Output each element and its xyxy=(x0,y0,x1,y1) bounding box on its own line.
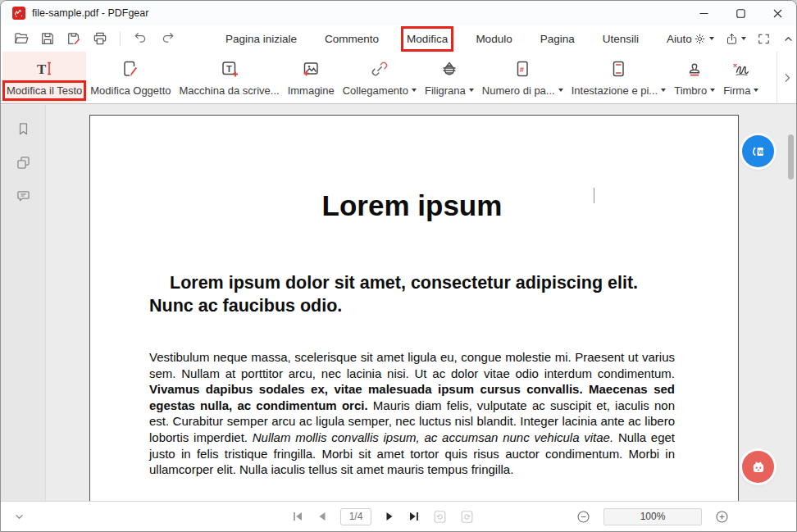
window-controls xyxy=(685,1,796,25)
page-number-input[interactable] xyxy=(340,508,371,525)
bottom-statusbar xyxy=(1,501,796,531)
page-number-caret-icon xyxy=(558,89,563,92)
pdf-page[interactable]: Lorem ipsum Lorem ipsum dolor sit amet, … xyxy=(89,115,739,501)
toolbar-divider xyxy=(120,32,121,46)
theme-button[interactable] xyxy=(693,32,714,46)
edit-object-button[interactable]: Modifica Oggetto xyxy=(86,52,175,103)
convert-to-word-icon: W xyxy=(749,143,767,161)
main-menu: Pagina iniziale Commento Modifica Modulo… xyxy=(225,31,693,47)
zoom-in-icon[interactable] xyxy=(714,509,730,525)
menubar: Pagina iniziale Commento Modifica Modulo… xyxy=(1,25,796,52)
close-icon[interactable] xyxy=(759,1,796,25)
header-footer-caret-icon xyxy=(661,89,666,92)
ai-assistant-button[interactable] xyxy=(742,451,774,483)
previous-page-icon[interactable] xyxy=(316,510,329,523)
previous-view-icon[interactable] xyxy=(432,509,448,525)
stamp-icon xyxy=(685,59,704,79)
link-caret-icon xyxy=(412,89,417,92)
link-button[interactable]: Collegamento xyxy=(339,52,421,103)
menu-modifica[interactable]: Modifica xyxy=(406,31,449,47)
typewriter-icon: T xyxy=(220,59,239,79)
print-icon[interactable] xyxy=(89,29,110,49)
menu-aiuto[interactable]: Aiuto xyxy=(666,31,693,47)
watermark-button[interactable]: Filigrana xyxy=(421,52,478,103)
undo-icon[interactable] xyxy=(130,29,151,49)
menu-pagina[interactable]: Pagina xyxy=(540,31,576,47)
document-paragraph: Vestibulum neque massa, scelerisque sit … xyxy=(149,349,675,478)
svg-text:T: T xyxy=(37,61,47,76)
save-as-icon[interactable] xyxy=(63,29,84,49)
document-title: Lorem ipsum xyxy=(149,189,675,222)
stamp-label: Timbro xyxy=(674,84,715,97)
next-view-icon[interactable] xyxy=(459,509,475,525)
page-number-button[interactable]: # Numero di pa... xyxy=(478,52,567,103)
share-caret-icon xyxy=(741,37,746,40)
zoom-level-input[interactable] xyxy=(603,508,702,525)
page-number-icon: # xyxy=(512,59,532,79)
last-page-icon[interactable] xyxy=(408,510,421,523)
svg-text:T: T xyxy=(226,63,232,73)
zoom-out-icon[interactable] xyxy=(576,509,591,525)
save-icon[interactable] xyxy=(37,29,57,49)
image-icon xyxy=(301,59,321,79)
stamp-caret-icon xyxy=(710,89,715,92)
pdf-viewer[interactable]: Lorem ipsum Lorem ipsum dolor sit amet, … xyxy=(47,105,796,501)
page-number-label: Numero di pa... xyxy=(482,84,563,97)
svg-text:#: # xyxy=(520,64,525,73)
typewriter-button[interactable]: T Macchina da scrive... xyxy=(175,52,284,103)
signature-button[interactable]: Firma xyxy=(719,52,763,103)
menu-pagina-iniziale[interactable]: Pagina iniziale xyxy=(225,31,298,47)
collapse-toolbar-icon[interactable] xyxy=(781,32,795,46)
svg-text:W: W xyxy=(758,148,763,154)
comments-icon[interactable] xyxy=(12,185,34,207)
link-label: Collegamento xyxy=(343,84,417,97)
window-title: file-sample.pdf - PDFgear xyxy=(32,7,148,19)
image-button[interactable]: Immagine xyxy=(284,52,339,103)
document-heading: Lorem ipsum dolor sit amet, consectetur … xyxy=(149,272,675,317)
watermark-caret-icon xyxy=(469,89,474,92)
convert-to-word-button[interactable]: W xyxy=(742,135,774,167)
minimize-icon[interactable] xyxy=(685,1,722,25)
robot-icon xyxy=(749,457,768,477)
menu-utensili[interactable]: Utensili xyxy=(602,31,640,47)
bookmarks-icon[interactable] xyxy=(12,118,34,139)
edit-text-button[interactable]: T Modifica il Testo xyxy=(2,52,86,103)
maximize-icon[interactable] xyxy=(722,1,759,25)
left-panel xyxy=(1,105,46,501)
body-text-segment: Nullam mollis convallis ipsum, ac accums… xyxy=(253,430,618,444)
zoom-controls xyxy=(576,502,730,531)
text-cursor xyxy=(594,188,594,203)
signature-label: Firma xyxy=(723,84,758,97)
stamp-button[interactable]: Timbro xyxy=(670,52,719,103)
share-button[interactable] xyxy=(725,32,746,46)
vertical-scrollbar[interactable] xyxy=(788,134,794,180)
next-page-icon[interactable] xyxy=(383,510,396,523)
header-footer-button[interactable]: Intestazione e pi... xyxy=(567,52,671,103)
sidebar-collapse-icon[interactable] xyxy=(12,502,26,531)
edit-text-label: Modifica il Testo xyxy=(7,84,82,97)
pdfgear-logo-icon xyxy=(12,7,25,20)
first-page-icon[interactable] xyxy=(291,510,304,523)
app-window: file-sample.pdf - PDFgear xyxy=(0,0,797,532)
watermark-icon xyxy=(439,59,459,79)
body-text-segment: Vestibulum neque massa, scelerisque sit … xyxy=(149,350,675,380)
watermark-label: Filigrana xyxy=(425,84,474,97)
content-area: Lorem ipsum Lorem ipsum dolor sit amet, … xyxy=(1,105,796,501)
titlebar: file-sample.pdf - PDFgear xyxy=(1,1,796,25)
menu-modulo[interactable]: Modulo xyxy=(475,31,512,47)
header-footer-icon xyxy=(608,59,628,79)
page-thumbnails-icon[interactable] xyxy=(12,152,34,173)
link-icon xyxy=(370,59,389,79)
typewriter-label: Macchina da scrive... xyxy=(180,84,280,97)
open-file-icon[interactable] xyxy=(11,29,31,49)
signature-caret-icon xyxy=(754,89,758,92)
redo-icon[interactable] xyxy=(157,29,177,49)
page-navigation xyxy=(291,502,475,531)
fullscreen-icon[interactable] xyxy=(757,32,771,46)
menu-commento[interactable]: Commento xyxy=(324,31,380,47)
edit-object-label: Modifica Oggetto xyxy=(90,84,171,97)
edit-text-icon: T xyxy=(34,59,55,79)
edit-toolbar: T Modifica il Testo Modifica Oggetto T M… xyxy=(1,52,796,104)
header-footer-label: Intestazione e pi... xyxy=(572,84,667,97)
toolbar-overflow-button[interactable] xyxy=(777,52,796,103)
